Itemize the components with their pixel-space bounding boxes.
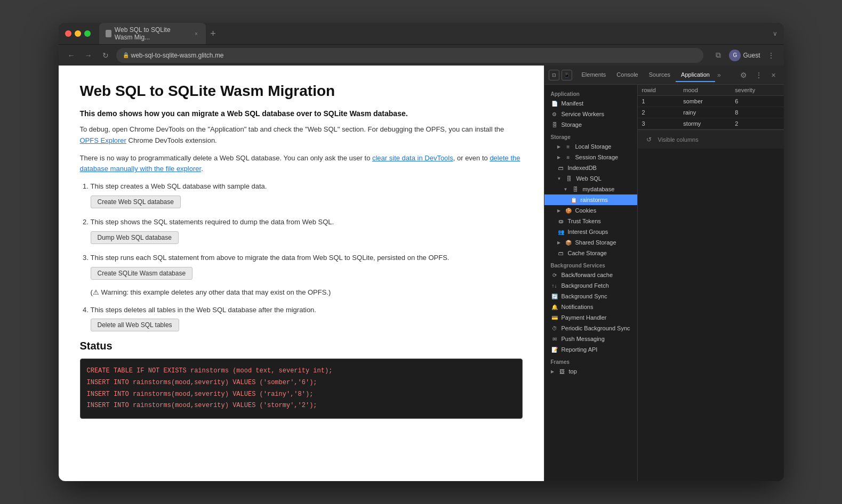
- sidebar-item-interest-groups[interactable]: 👥 Interest Groups: [544, 226, 637, 237]
- storage-section-label: Storage: [544, 130, 637, 141]
- cell-mood: rainy: [679, 107, 731, 118]
- reload-button[interactable]: ↻: [99, 49, 112, 62]
- devtools-device-icon[interactable]: 📱: [562, 70, 572, 80]
- active-tab[interactable]: Web SQL to SQLite Wasm Mig... ×: [99, 23, 206, 44]
- console-line-4: INSERT INTO rainstorms(mood,severity) VA…: [87, 400, 516, 412]
- sidebar-item-mydatabase[interactable]: ▼ 🗄 mydatabase: [544, 184, 637, 194]
- address-input[interactable]: 🔒 web-sql-to-sqlite-wasm.glitch.me: [116, 48, 704, 63]
- tab-close-button[interactable]: ×: [193, 30, 199, 37]
- console-line-3: INSERT INTO rainstorms(mood,severity) VA…: [87, 389, 516, 401]
- push-messaging-label: Push Messaging: [562, 336, 605, 342]
- traffic-light-green[interactable]: [84, 30, 91, 37]
- sidebar-item-back-forward-cache[interactable]: ⟳ Back/forward cache: [544, 270, 637, 280]
- intro-paragraph: This demo shows how you can migrate a We…: [80, 109, 523, 118]
- sidebar-item-periodic-background-sync[interactable]: ⏱ Periodic Background Sync: [544, 323, 637, 334]
- sidebar-item-indexeddb[interactable]: 🗃 IndexedDB: [544, 162, 637, 173]
- tab-sources[interactable]: Sources: [644, 68, 676, 82]
- cookies-label: Cookies: [575, 207, 597, 214]
- visible-columns-button[interactable]: Visible columns: [658, 136, 699, 143]
- sidebar-item-trust-tokens[interactable]: 🎟 Trust Tokens: [544, 216, 637, 226]
- tab-console[interactable]: Console: [611, 68, 643, 82]
- sidebar-item-notifications[interactable]: 🔔 Notifications: [544, 302, 637, 312]
- delete-para-start: There is no way to programmatically dele…: [80, 154, 372, 162]
- col-mood: mood: [679, 85, 731, 96]
- more-tabs-button[interactable]: »: [717, 71, 721, 79]
- opfs-explorer-link[interactable]: OPFS Explorer: [80, 136, 126, 144]
- forward-button[interactable]: →: [82, 49, 95, 62]
- background-sync-icon: 🔄: [551, 292, 558, 300]
- user-account-button[interactable]: G Guest: [729, 50, 760, 61]
- shared-storage-icon: 📦: [565, 239, 572, 246]
- browser-window: Web SQL to SQLite Wasm Mig... × + ∨ ← → …: [59, 23, 784, 481]
- sidebar-item-storage-overview[interactable]: 🗄 Storage: [544, 119, 637, 130]
- cell-rowid: 1: [638, 96, 679, 107]
- sidebar-item-background-sync[interactable]: 🔄 Background Sync: [544, 291, 637, 302]
- sidebar-item-push-messaging[interactable]: ✉ Push Messaging: [544, 334, 637, 344]
- delete-para-end: .: [201, 165, 203, 173]
- warning-text: (⚠ Warning: this example deletes any oth…: [91, 288, 523, 296]
- sidebar-item-websql[interactable]: ▼ 🗄 Web SQL: [544, 173, 637, 184]
- refresh-table-button[interactable]: ↺: [644, 135, 654, 144]
- step-3: This step runs each SQL statement from a…: [91, 253, 523, 280]
- cell-severity: 8: [731, 107, 783, 118]
- page-title: Web SQL to SQLite Wasm Migration: [80, 83, 523, 100]
- tab-favicon: [106, 30, 111, 37]
- sidebar-item-top-frame[interactable]: ▶ 🖼 top: [544, 366, 637, 377]
- delete-websql-button[interactable]: Delete all Web SQL tables: [91, 319, 179, 331]
- traffic-light-yellow[interactable]: [75, 30, 81, 37]
- devtools-inspect-icon[interactable]: ⊡: [549, 70, 559, 80]
- sidebar-item-cache-storage[interactable]: 🗃 Cache Storage: [544, 248, 637, 258]
- sidebar-item-reporting-api[interactable]: 📝 Reporting API: [544, 344, 637, 355]
- sidebar-item-shared-storage[interactable]: ▶ 📦 Shared Storage: [544, 237, 637, 248]
- back-forward-icon: ⟳: [551, 271, 558, 279]
- sidebar-item-background-fetch[interactable]: ↑↓ Background Fetch: [544, 280, 637, 291]
- devtools-right-controls: ⚙ ⋮ ×: [738, 69, 780, 81]
- cell-mood: somber: [679, 96, 731, 107]
- traffic-light-red[interactable]: [65, 30, 71, 37]
- tab-application[interactable]: Application: [676, 68, 715, 82]
- devtools-body: Application 📄 Manifest ⚙ Service Workers…: [544, 85, 784, 481]
- traffic-lights: [65, 30, 91, 37]
- websql-expand-icon: ▼: [557, 176, 562, 181]
- sidebar-item-rainstorms[interactable]: 📋 rainstorms: [544, 194, 637, 205]
- devtools-tab-bar: ⊡ 📱 Elements Console Sources Application…: [544, 66, 784, 85]
- new-tab-button[interactable]: +: [206, 26, 221, 41]
- devtools-settings-icon[interactable]: ⚙: [738, 69, 750, 81]
- window-minimize-button[interactable]: ∨: [773, 30, 777, 37]
- devtools-kebab-icon[interactable]: ⋮: [753, 69, 765, 81]
- session-storage-expand-icon: ▶: [557, 155, 560, 160]
- status-title: Status: [80, 340, 523, 352]
- sidebar-item-cookies[interactable]: ▶ 🍪 Cookies: [544, 205, 637, 216]
- sidebar-item-service-workers[interactable]: ⚙ Service Workers: [544, 109, 637, 119]
- sidebar-item-manifest[interactable]: 📄 Manifest: [544, 98, 637, 109]
- step-2: This step shows the SQL statements requi…: [91, 217, 523, 244]
- frames-section-label: Frames: [544, 355, 637, 366]
- table-row[interactable]: 3stormy2: [638, 118, 784, 129]
- mydatabase-expand-icon: ▼: [564, 187, 568, 192]
- create-sqlite-button[interactable]: Create SQLite Wasm database: [91, 267, 193, 280]
- table-row[interactable]: 1somber6: [638, 96, 784, 107]
- periodic-sync-label: Periodic Background Sync: [562, 325, 630, 331]
- sidebar-item-session-storage[interactable]: ▶ ≡ Session Storage: [544, 152, 637, 162]
- back-button[interactable]: ←: [65, 49, 78, 62]
- shared-storage-label: Shared Storage: [575, 239, 616, 246]
- table-row[interactable]: 2rainy8: [638, 107, 784, 118]
- devtools-close-icon[interactable]: ×: [768, 69, 780, 81]
- create-websql-button[interactable]: Create Web SQL database: [91, 196, 181, 208]
- indexeddb-label: IndexedDB: [568, 165, 597, 171]
- dump-websql-button[interactable]: Dump Web SQL database: [91, 231, 179, 244]
- table-header-row: rowid mood severity: [638, 85, 784, 96]
- browser-menu-button[interactable]: ⋮: [765, 49, 777, 62]
- interest-groups-icon: 👥: [557, 228, 565, 235]
- tab-elements[interactable]: Elements: [576, 68, 612, 82]
- clear-site-data-link[interactable]: clear site data in DevTools: [372, 154, 453, 162]
- split-screen-icon[interactable]: ⧉: [712, 49, 725, 62]
- top-frame-expand-icon: ▶: [551, 369, 554, 374]
- shared-storage-expand-icon: ▶: [557, 240, 560, 245]
- session-storage-icon: ≡: [565, 153, 572, 161]
- sidebar-item-payment-handler[interactable]: 💳 Payment Handler: [544, 312, 637, 323]
- reporting-api-icon: 📝: [551, 346, 558, 353]
- status-section: Status CREATE TABLE IF NOT EXISTS rainst…: [80, 340, 523, 418]
- payment-handler-icon: 💳: [551, 314, 558, 321]
- sidebar-item-local-storage[interactable]: ▶ ≡ Local Storage: [544, 141, 637, 152]
